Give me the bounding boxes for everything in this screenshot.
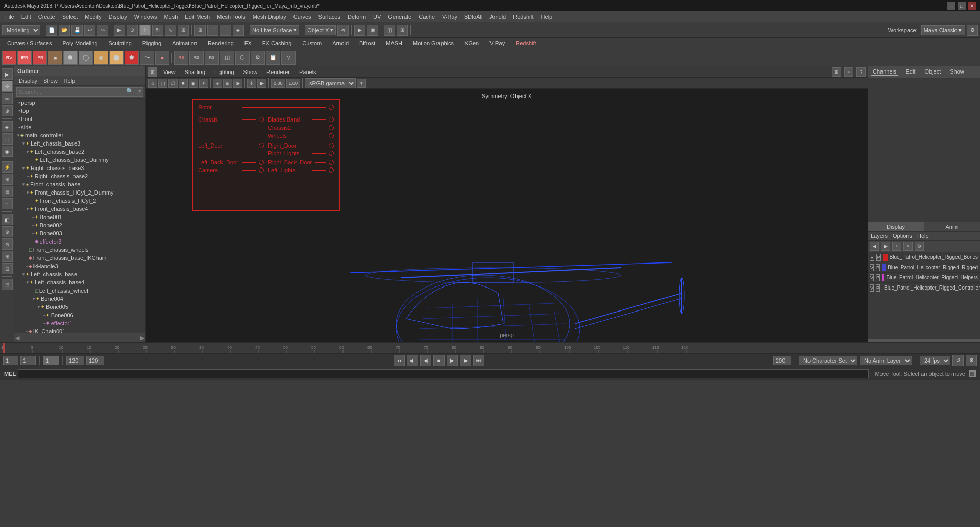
outliner-item-bone006[interactable]: ─ ✦ Bone006 bbox=[14, 311, 145, 319]
layers-tab-help[interactable]: Help bbox=[917, 233, 929, 239]
menu-surfaces[interactable]: Surfaces bbox=[315, 13, 344, 21]
paint-tool[interactable]: ✏ bbox=[2, 93, 13, 104]
pb-stop[interactable]: ■ bbox=[433, 355, 445, 366]
maximize-button[interactable]: □ bbox=[958, 2, 966, 10]
lasso-button[interactable]: ⊙ bbox=[127, 25, 138, 36]
outliner-item-top[interactable]: ▪ top bbox=[14, 107, 145, 115]
outliner-item-right-chassis2[interactable]: ─ ✦ Right_chassis_base2 bbox=[14, 172, 145, 180]
range-end-field[interactable]: 120 bbox=[86, 356, 104, 365]
character-set-select[interactable]: No Character Set bbox=[799, 356, 857, 365]
vp-tb-show[interactable]: ◉ bbox=[233, 79, 242, 88]
menu-redshift[interactable]: Redshift bbox=[510, 13, 536, 21]
menu-vray[interactable]: V-Ray bbox=[439, 13, 460, 21]
layer-rend-bones[interactable]: P bbox=[876, 254, 881, 261]
vp-tb-cam[interactable]: ◫ bbox=[158, 79, 167, 88]
outliner-item-bone001[interactable]: ─ ✦ Bone001 bbox=[14, 213, 145, 221]
redo-button[interactable]: ↪ bbox=[97, 25, 108, 36]
undo-button[interactable]: ↩ bbox=[84, 25, 95, 36]
fps-select[interactable]: 24 fps bbox=[920, 356, 950, 365]
cb-tab-object[interactable]: Object bbox=[922, 68, 943, 76]
search-dropdown-icon[interactable]: ▾ bbox=[138, 88, 141, 94]
outliner-item-side[interactable]: ▪ side bbox=[14, 123, 145, 131]
tab-redshift[interactable]: Redshift bbox=[510, 38, 541, 49]
outliner-item-bone005[interactable]: ▼ ✦ Bone005 bbox=[14, 303, 145, 311]
pb-step-fwd[interactable]: |▶ bbox=[460, 355, 471, 366]
vp-menu-renderer[interactable]: Renderer bbox=[263, 68, 293, 76]
tab-custom[interactable]: Custom bbox=[297, 38, 327, 49]
render-frame-button[interactable]: ▶ bbox=[354, 25, 365, 36]
time-settings[interactable]: ⚙ bbox=[966, 355, 977, 366]
outliner-menu-help[interactable]: Help bbox=[61, 77, 78, 84]
tab-bifrost[interactable]: Bifrost bbox=[354, 38, 380, 49]
cp-circle-blades[interactable] bbox=[329, 117, 334, 122]
vp-tb-solid[interactable]: ■ bbox=[179, 79, 188, 88]
workspace-dropdown[interactable]: Maya Classic▼ bbox=[921, 25, 965, 35]
tab-xgen[interactable]: XGen bbox=[459, 38, 484, 49]
outliner-item-bone003[interactable]: ─ ✦ Bone003 bbox=[14, 229, 145, 237]
shelf-rs3[interactable]: RS bbox=[205, 51, 219, 65]
vp-color-space-select[interactable]: sRGB gamma bbox=[305, 78, 356, 88]
menu-select[interactable]: Select bbox=[59, 13, 81, 21]
tab-motion-graphics[interactable]: Motion Graphics bbox=[408, 38, 459, 49]
tool8[interactable]: ⚡ bbox=[2, 161, 13, 173]
tool15[interactable]: ⊞ bbox=[2, 251, 13, 262]
tool6[interactable]: ◻ bbox=[2, 133, 13, 145]
vp-tb-select[interactable]: ▶ bbox=[257, 79, 266, 88]
cp-circle-lbackdoor[interactable] bbox=[259, 160, 264, 165]
outliner-item-front-wheels[interactable]: ─ ◻ Front_chassis_wheels bbox=[14, 246, 145, 254]
shelf-material2[interactable]: ⬟ bbox=[63, 51, 78, 65]
anim-tab[interactable]: Anim bbox=[924, 222, 980, 231]
range-max-field[interactable]: 200 bbox=[773, 356, 791, 365]
outliner-item-right-chassis3[interactable]: ▼ ✦ Right_chassis_base3 bbox=[14, 164, 145, 172]
frame-sub-field[interactable]: 1 bbox=[43, 356, 59, 365]
menu-arnold[interactable]: Arnold bbox=[486, 13, 509, 21]
shelf-material1[interactable]: ■ bbox=[48, 51, 62, 65]
shelf-ipr-rs[interactable]: IPR bbox=[17, 51, 32, 65]
shelf-rs6[interactable]: ⚙ bbox=[251, 51, 265, 65]
cp-circle-camera[interactable] bbox=[259, 167, 264, 173]
vp-menu-show[interactable]: Show bbox=[240, 68, 261, 76]
pb-play-fwd[interactable]: ▶ bbox=[447, 355, 458, 366]
settings-button[interactable]: ⚙ bbox=[967, 25, 978, 36]
outliner-menu-display[interactable]: Display bbox=[16, 77, 40, 84]
vp-tb-light[interactable]: ☀ bbox=[199, 79, 208, 88]
menu-curves[interactable]: Curves bbox=[290, 13, 314, 21]
vp-menu-shading[interactable]: Shading bbox=[182, 68, 208, 76]
rotate-button[interactable]: ↻ bbox=[152, 25, 163, 36]
save-scene-button[interactable]: 💾 bbox=[71, 25, 83, 36]
cp-circle-chassis2[interactable] bbox=[329, 125, 334, 130]
outliner-item-main-controller[interactable]: ▼ ◈ main_controller bbox=[14, 131, 145, 139]
shelf-material3[interactable]: ◯ bbox=[79, 51, 93, 65]
cp-circle-leftdoor[interactable] bbox=[259, 143, 264, 148]
vp-settings-btn[interactable]: ≡ bbox=[844, 67, 853, 77]
snap-point-button[interactable]: · bbox=[220, 25, 231, 36]
current-frame-field[interactable]: 1 bbox=[3, 356, 18, 365]
tool16[interactable]: ⊟ bbox=[2, 263, 13, 274]
tool4[interactable]: ⊕ bbox=[2, 105, 13, 116]
tab-fxcaching[interactable]: FX Caching bbox=[257, 38, 297, 49]
outliner-item-ikhandle3[interactable]: ─ ◆ ikHandle3 bbox=[14, 262, 145, 270]
object-x-dropdown[interactable]: Object X ▾ bbox=[305, 25, 336, 35]
layer-add-btn[interactable]: + bbox=[892, 242, 901, 251]
layer-vis-controllers[interactable]: V bbox=[870, 284, 874, 292]
vp-tb-manip[interactable]: ✛ bbox=[247, 79, 256, 88]
shelf-material4[interactable]: ◉ bbox=[94, 51, 108, 65]
outliner-item-front[interactable]: ▪ front bbox=[14, 115, 145, 123]
outliner-item-left-wheel[interactable]: ─ ◻ Left_chassis_wheel bbox=[14, 286, 145, 295]
tab-vray[interactable]: V-Ray bbox=[484, 38, 510, 49]
tool5[interactable]: ◈ bbox=[2, 121, 13, 132]
outliner-item-ik-chain001[interactable]: ─ ◆ IK_Chain001 bbox=[14, 327, 145, 333]
layer-settings-btn[interactable]: ⚙ bbox=[915, 242, 924, 251]
vp-help-btn[interactable]: ? bbox=[856, 67, 866, 77]
vp-color-settings[interactable]: ▾ bbox=[357, 79, 366, 88]
menu-windows[interactable]: Windows bbox=[131, 13, 160, 21]
vp-tb-home[interactable]: ⌂ bbox=[148, 79, 157, 88]
menu-edit[interactable]: Edit bbox=[18, 13, 34, 21]
tab-mash[interactable]: MASH bbox=[381, 38, 407, 49]
tool7[interactable]: ◉ bbox=[2, 146, 13, 157]
menu-cache[interactable]: Cache bbox=[415, 13, 438, 21]
open-scene-button[interactable]: 📂 bbox=[59, 25, 70, 36]
vp-camera-val[interactable]: 0.00 bbox=[271, 79, 285, 88]
vp-focal-val[interactable]: 1.00 bbox=[286, 79, 301, 88]
cb-tab-channels[interactable]: Channels bbox=[871, 68, 898, 76]
